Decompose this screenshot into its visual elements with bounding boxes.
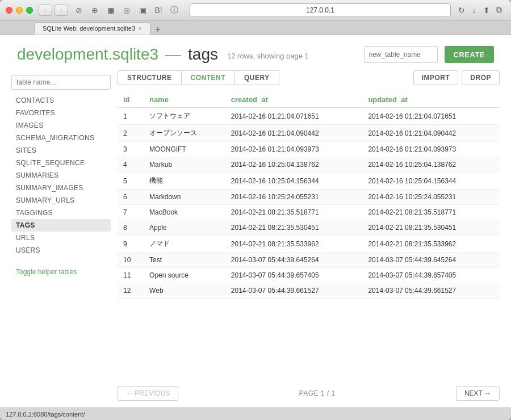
sidebar-item-contacts[interactable]: CONTACTS (11, 94, 111, 107)
table-area: STRUCTURE CONTENT QUERY IMPORT DROP id n… (118, 70, 500, 408)
table-row[interactable]: 11Open source2014-03-07 05:44:39.6574052… (118, 268, 500, 283)
table-scroll[interactable]: id name created_at updated_at 1ソフトウェア201… (118, 92, 500, 377)
tab-query[interactable]: QUERY (235, 70, 279, 85)
bottom-bar: 127.0.0.1:8080/tags/content/ (0, 408, 511, 420)
cell-updated_at: 2014-02-16 01:21:04.071651 (362, 108, 500, 125)
cell-id: 6 (118, 190, 144, 205)
cell-updated_at: 2014-03-07 05:44:39.661527 (362, 283, 500, 299)
cell-name: MOONGIFT (144, 142, 225, 157)
cell-id: 5 (118, 173, 144, 190)
browser-tab-active[interactable]: SQLite Web: development.sqlite3 × (34, 22, 150, 35)
sidebar-item-summaries[interactable]: SUMMARIES (11, 169, 111, 182)
status-url: 127.0.0.1:8080/tags/content/ (6, 411, 85, 418)
title-bar: ‹ › ⊘ ⊕ ▦ ◎ ▣ B! ⓘ 127.0.0.1 ↻ ↓ ⬆ ⧉ (0, 0, 511, 20)
main-content: development.sqlite3 — tags 12 rows, show… (0, 35, 511, 408)
sidebar-item-users[interactable]: USERS (11, 244, 111, 257)
sidebar-search-input[interactable] (11, 75, 111, 90)
table-row[interactable]: 10Test2014-03-07 05:44:39.6452642014-03-… (118, 253, 500, 268)
tab-structure[interactable]: STRUCTURE (118, 70, 182, 85)
sidebar-item-tags[interactable]: TAGS (11, 219, 111, 232)
cell-id: 8 (118, 220, 144, 236)
cell-name: ソフトウェア (144, 108, 225, 125)
reload-icon[interactable]: ↻ (455, 4, 468, 16)
tab-bar: SQLite Web: development.sqlite3 × + (0, 20, 511, 35)
tab-title: SQLite Web: development.sqlite3 (43, 25, 135, 32)
cell-id: 10 (118, 253, 144, 268)
table-row[interactable]: 2オープンソース2014-02-16 01:21:04.0904422014-0… (118, 125, 500, 142)
table-row[interactable]: 4Markub2014-02-16 10:25:04.1387622014-02… (118, 157, 500, 173)
cell-created_at: 2014-03-07 05:44:39.661527 (225, 283, 363, 299)
bookmark-icon: B! (152, 4, 165, 16)
sidebar-item-sites[interactable]: SITES (11, 144, 111, 157)
cell-name: Markub (144, 157, 225, 173)
next-page-button[interactable]: NEXT → (456, 386, 500, 401)
sidebar: CONTACTS FAVORITES IMAGES SCHEMA_MIGRATI… (11, 70, 111, 408)
cell-name: Apple (144, 220, 225, 236)
nav-buttons: ‹ › (39, 5, 68, 16)
sidebar-item-summary-urls[interactable]: SUMMARY_URLS (11, 194, 111, 207)
minimize-button[interactable] (16, 7, 23, 14)
grid-icon: ▣ (136, 4, 149, 16)
import-button[interactable]: IMPORT (413, 70, 459, 85)
cell-updated_at: 2014-02-16 01:21:04.090442 (362, 125, 500, 142)
new-tab-icon[interactable]: ⧉ (493, 4, 505, 16)
sidebar-item-favorites[interactable]: FAVORITES (11, 107, 111, 119)
cell-created_at: 2014-02-16 10:25:04.156344 (225, 173, 363, 190)
download-icon[interactable]: ↓ (468, 4, 480, 16)
data-table: id name created_at updated_at 1ソフトウェア201… (118, 92, 500, 299)
new-table-input[interactable] (364, 46, 438, 63)
table-row[interactable]: 5機能2014-02-16 10:25:04.1563442014-02-16 … (118, 173, 500, 190)
toggle-helper-tables[interactable]: Toggle helper tables (11, 266, 111, 278)
tab-buttons: STRUCTURE CONTENT QUERY IMPORT DROP (118, 70, 500, 85)
sidebar-item-urls[interactable]: URLS (11, 232, 111, 244)
cell-id: 11 (118, 268, 144, 283)
image-icon: ▦ (104, 4, 117, 16)
sidebar-item-schema-migrations[interactable]: SCHEMA_MIGRATIONS (11, 132, 111, 144)
cell-updated_at: 2014-03-07 05:44:39.657405 (362, 268, 500, 283)
table-row[interactable]: 12Web2014-03-07 05:44:39.6615272014-03-0… (118, 283, 500, 299)
cell-name: 機能 (144, 173, 225, 190)
table-row[interactable]: 6Markdown2014-02-16 10:25:24.0552312014-… (118, 190, 500, 205)
cell-id: 3 (118, 142, 144, 157)
table-row[interactable]: 3MOONGIFT2014-02-16 01:21:04.0939732014-… (118, 142, 500, 157)
cell-created_at: 2014-02-21 08:21:35.530451 (225, 220, 363, 236)
table-row[interactable]: 9ノマド2014-02-21 08:21:35.5339622014-02-21… (118, 236, 500, 253)
cell-id: 7 (118, 205, 144, 220)
new-tab-button[interactable]: + (153, 24, 163, 35)
back-button[interactable]: ‹ (39, 5, 52, 16)
tab-close-icon[interactable]: × (139, 26, 142, 32)
cell-created_at: 2014-02-21 08:21:35.533962 (225, 236, 363, 253)
cell-name: MacBook (144, 205, 225, 220)
maximize-button[interactable] (26, 7, 33, 14)
cell-updated_at: 2014-02-16 10:25:04.138762 (362, 157, 500, 173)
close-button[interactable] (6, 7, 12, 14)
address-bar[interactable]: 127.0.0.1 (190, 3, 451, 17)
drop-button[interactable]: DROP (462, 70, 500, 85)
sidebar-item-images[interactable]: IMAGES (11, 119, 111, 132)
forward-button[interactable]: › (55, 5, 68, 16)
db-title: development.sqlite3 (17, 45, 158, 64)
info-icon: ⓘ (168, 4, 181, 16)
cell-id: 9 (118, 236, 144, 253)
layers-icon: ⊕ (89, 4, 101, 16)
cell-id: 12 (118, 283, 144, 299)
create-button[interactable]: CREATE (445, 46, 494, 63)
sidebar-item-summary-images[interactable]: SUMMARY_IMAGES (11, 182, 111, 194)
toolbar-icons: ⊘ ⊕ ▦ ◎ ▣ B! ⓘ (73, 4, 181, 16)
table-row[interactable]: 7MacBook2014-02-21 08:21:35.5187712014-0… (118, 205, 500, 220)
sidebar-item-taggings[interactable]: TAGGINGS (11, 207, 111, 219)
cell-id: 2 (118, 125, 144, 142)
table-row[interactable]: 1ソフトウェア2014-02-16 01:21:04.0716512014-02… (118, 108, 500, 125)
cell-created_at: 2014-02-16 01:21:04.090442 (225, 125, 363, 142)
table-row[interactable]: 8Apple2014-02-21 08:21:35.5304512014-02-… (118, 220, 500, 236)
prev-page-button[interactable]: ← PREVIOUS (118, 386, 178, 401)
share-icon[interactable]: ⬆ (480, 4, 493, 16)
cell-name: Markdown (144, 190, 225, 205)
tab-content[interactable]: CONTENT (182, 70, 236, 85)
cell-created_at: 2014-03-07 05:44:39.645264 (225, 253, 363, 268)
sidebar-item-sqlite-sequence[interactable]: SQLITE_SEQUENCE (11, 157, 111, 169)
table-header-row: id name created_at updated_at (118, 92, 500, 108)
cell-updated_at: 2014-02-21 08:21:35.530451 (362, 220, 500, 236)
camera-icon: ◎ (120, 4, 133, 16)
col-header-updated-at: updated_at (362, 92, 500, 108)
